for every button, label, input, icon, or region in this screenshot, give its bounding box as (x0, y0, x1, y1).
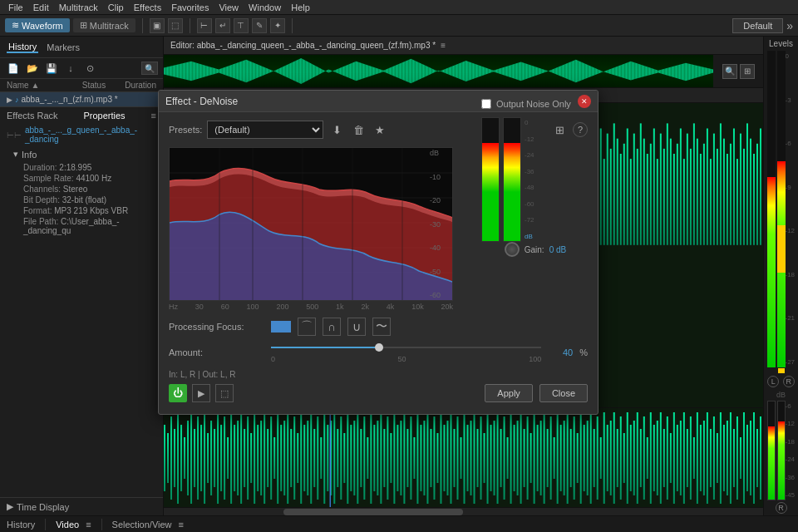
tab-files[interactable]: History (7, 42, 38, 53)
svg-rect-273 (470, 421, 472, 495)
svg-rect-265 (443, 425, 445, 491)
svg-rect-163 (707, 129, 708, 245)
waveform-icon: ≋ (12, 20, 19, 31)
svg-rect-289 (524, 429, 525, 487)
menu-clip[interactable]: Clip (103, 2, 129, 12)
amount-slider-thumb[interactable] (375, 343, 383, 352)
menu-window[interactable]: Window (244, 2, 286, 12)
db-9: -9 (786, 184, 797, 191)
svg-rect-172 (736, 159, 738, 245)
menu-view[interactable]: View (214, 2, 244, 12)
toolbar-icon-5[interactable]: ⊤ (234, 18, 249, 33)
dialog-content: Presets: (Default) ⬇ 🗑 ★ ⊞ ? (159, 112, 598, 414)
h-scrollbar[interactable] (164, 507, 763, 515)
svg-rect-208 (254, 412, 255, 504)
svg-rect-294 (540, 421, 542, 495)
svg-rect-223 (303, 425, 305, 491)
amount-slider-fill (271, 347, 379, 348)
preset-favorite-btn[interactable]: ★ (372, 121, 388, 138)
svg-rect-204 (240, 412, 242, 504)
curve-btn-4[interactable]: 〜 (372, 318, 391, 336)
apply-btn[interactable]: Apply (485, 384, 533, 402)
waveform-bottom[interactable] (164, 407, 763, 507)
svg-rect-324 (640, 429, 642, 487)
amount-slider-track[interactable] (271, 347, 541, 348)
selection-menu[interactable]: ≡ (179, 520, 184, 530)
file-search-btn[interactable]: 🔍 (141, 62, 158, 75)
dialog-play-btn[interactable]: ▶ (192, 384, 210, 402)
svg-rect-334 (673, 412, 675, 504)
db-27: -27 (786, 358, 797, 366)
curve-btn-3[interactable]: ∪ (347, 318, 366, 336)
svg-rect-280 (494, 421, 495, 495)
svg-rect-196 (214, 429, 215, 487)
svg-rect-225 (310, 412, 312, 504)
info-header[interactable]: ▾ Info (13, 149, 150, 160)
right-meter-fill (504, 143, 520, 241)
svg-rect-153 (673, 154, 675, 245)
properties-label[interactable]: Properties (83, 111, 125, 121)
close-btn[interactable]: Close (539, 384, 588, 402)
svg-rect-325 (643, 416, 645, 500)
waveform-overview: 🔍 ⊞ (164, 55, 763, 88)
history-tab[interactable]: History (7, 520, 35, 530)
preset-delete-btn[interactable]: 🗑 (350, 121, 367, 138)
dialog-output-btn[interactable]: ⬚ (215, 384, 234, 402)
effect-item[interactable]: ⊢⊢ abba_-_..._g_queen_-_abba_-_dancing (7, 124, 156, 145)
curve-btn-2[interactable]: ∩ (323, 318, 341, 336)
svg-rect-253 (403, 412, 405, 504)
file-save-btn[interactable]: 💾 (43, 61, 60, 76)
menu-multitrack[interactable]: Multitrack (54, 2, 103, 12)
svg-rect-304 (574, 416, 575, 500)
presets-select[interactable]: (Default) (207, 121, 323, 139)
file-record-btn[interactable]: ⊙ (81, 61, 98, 76)
video-tab[interactable]: Video (56, 520, 79, 530)
waveform-btn[interactable]: ≋ Waveform (5, 18, 70, 32)
dialog-power-btn[interactable]: ⏻ (169, 384, 187, 402)
tab-markers[interactable]: Markers (45, 42, 81, 52)
scrollbar-thumb[interactable] (283, 509, 463, 515)
svg-rect-210 (260, 421, 262, 495)
file-item[interactable]: ▶ ♪ abba_-_..._n_(zf.m).mp3 * (0, 92, 163, 106)
freq-svg (170, 148, 453, 301)
amount-row: Amount: 0 50 100 40 % (169, 341, 588, 363)
default-preset-btn[interactable]: Default (732, 18, 783, 33)
toolbar-icon-3[interactable]: ⊢ (197, 18, 212, 33)
curve-btn-1[interactable]: ⌒ (298, 318, 316, 336)
zoom-in-overview-btn[interactable]: 🔍 (722, 64, 737, 79)
file-open-btn[interactable]: 📂 (24, 61, 41, 76)
prop-menu-icon[interactable]: ≡ (151, 111, 156, 121)
toolbar-icon-2[interactable]: ⬚ (168, 18, 183, 33)
info-filepath: File Path: C:\User_abba_-_dancing_qu (23, 217, 150, 235)
file-import-btn[interactable]: ↓ (62, 61, 79, 76)
freq-canvas[interactable] (169, 147, 453, 301)
menu-help[interactable]: Help (286, 2, 315, 12)
editor-menu-icon[interactable]: ≡ (441, 41, 446, 50)
menu-favorites[interactable]: Favorites (166, 2, 214, 12)
waveform-overview-canvas[interactable] (164, 55, 763, 87)
menu-file[interactable]: File (3, 2, 28, 12)
gain-knob[interactable] (505, 242, 520, 257)
multitrack-btn[interactable]: ⊞ Multitrack (73, 18, 135, 32)
menu-edit[interactable]: Edit (28, 2, 54, 12)
toolbar-icon-6[interactable]: ✎ (252, 18, 267, 33)
menu-effects[interactable]: Effects (129, 2, 166, 12)
time-display-header[interactable]: ▶ Time Display (7, 501, 156, 512)
file-new-btn[interactable]: 📄 (5, 61, 22, 76)
svg-rect-348 (720, 412, 722, 504)
svg-rect-356 (746, 425, 748, 491)
expand-arrows-btn[interactable]: » (786, 19, 793, 32)
video-tab-menu[interactable]: ≡ (86, 520, 91, 530)
toolbar-icon-7[interactable]: ✦ (270, 18, 285, 33)
svg-rect-272 (467, 425, 469, 491)
output-noise-checkbox[interactable] (481, 99, 491, 109)
svg-rect-136 (617, 139, 618, 245)
svg-rect-137 (620, 154, 622, 245)
processing-focus-btn[interactable] (271, 321, 291, 332)
svg-rect-184 (174, 429, 175, 487)
preset-download-btn[interactable]: ⬇ (328, 121, 345, 138)
toolbar-icon-1[interactable]: ▣ (150, 18, 165, 33)
gain-label: Gain: (525, 245, 544, 254)
zoom-full-btn[interactable]: ⊞ (740, 64, 755, 79)
toolbar-icon-4[interactable]: ↵ (215, 18, 230, 33)
